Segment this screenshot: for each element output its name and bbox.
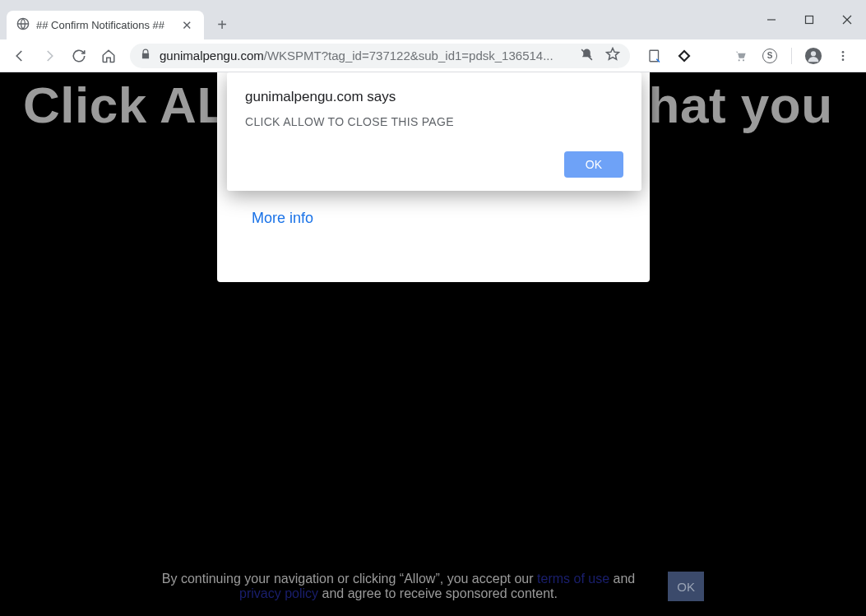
lock-icon — [140, 49, 151, 63]
browser-titlebar: ## Confirm Notifications ## ✕ + — [0, 0, 866, 39]
browser-toolbar: gunimalpengu.com/WKSPMT?tag_id=737122&su… — [0, 39, 866, 72]
profile-avatar-icon[interactable] — [802, 44, 825, 67]
extension-s-icon[interactable]: S — [758, 44, 781, 67]
footer-after: and agree to receive sponsored content. — [318, 586, 558, 600]
new-tab-button[interactable]: + — [209, 12, 235, 38]
js-alert-dialog: gunimalpengu.com says CLICK ALLOW TO CLO… — [227, 72, 641, 191]
toolbar-separator — [791, 48, 792, 64]
toolbar-right: S — [638, 44, 859, 67]
back-button[interactable] — [7, 43, 33, 69]
svg-point-12 — [842, 58, 845, 61]
bookmark-icon[interactable] — [605, 47, 620, 64]
reload-button[interactable] — [66, 43, 92, 69]
window-controls — [753, 0, 866, 39]
url-host: gunimalpengu.com — [160, 49, 264, 63]
forward-button — [36, 43, 63, 69]
extension-notes-icon[interactable] — [643, 44, 666, 67]
close-window-button[interactable] — [828, 0, 866, 39]
maximize-button[interactable] — [790, 0, 828, 39]
alert-ok-button[interactable]: OK — [564, 151, 623, 178]
browser-tab[interactable]: ## Confirm Notifications ## ✕ — [7, 11, 204, 39]
svg-point-6 — [739, 59, 740, 61]
tab-title: ## Confirm Notifications ## — [36, 19, 174, 31]
footer-text: By continuing your navigation or clickin… — [162, 572, 635, 601]
globe-icon — [16, 17, 30, 34]
svg-point-11 — [842, 54, 845, 57]
svg-point-10 — [842, 51, 845, 53]
svg-point-7 — [743, 59, 744, 61]
page-footer: By continuing your navigation or clickin… — [0, 572, 866, 601]
menu-button[interactable] — [831, 44, 854, 67]
svg-rect-2 — [806, 16, 813, 24]
svg-point-9 — [811, 51, 816, 56]
extension-diamond-icon[interactable] — [673, 44, 696, 67]
minimize-button[interactable] — [753, 0, 790, 39]
home-button[interactable] — [95, 43, 122, 69]
more-info-link[interactable]: More info — [252, 210, 313, 227]
close-tab-icon[interactable]: ✕ — [180, 17, 194, 33]
notifications-blocked-icon[interactable] — [580, 48, 594, 64]
alert-title: gunimalpengu.com says — [245, 89, 623, 105]
footer-ok-button[interactable]: OK — [668, 572, 704, 601]
privacy-link[interactable]: privacy policy — [239, 586, 318, 600]
alert-message: CLICK ALLOW TO CLOSE THIS PAGE — [245, 115, 623, 128]
terms-link[interactable]: terms of use — [537, 572, 609, 586]
page-content: Click ALLOW to confirm that you More inf… — [0, 72, 866, 616]
address-bar[interactable]: gunimalpengu.com/WKSPMT?tag_id=737122&su… — [130, 44, 630, 68]
footer-mid: and — [609, 572, 635, 586]
footer-before: By continuing your navigation or clickin… — [162, 572, 537, 586]
url-text: gunimalpengu.com/WKSPMT?tag_id=737122&su… — [160, 49, 553, 63]
url-path: /WKSPMT?tag_id=737122&sub_id1=pdsk_13651… — [264, 49, 553, 63]
extension-cart-icon[interactable] — [729, 44, 752, 67]
